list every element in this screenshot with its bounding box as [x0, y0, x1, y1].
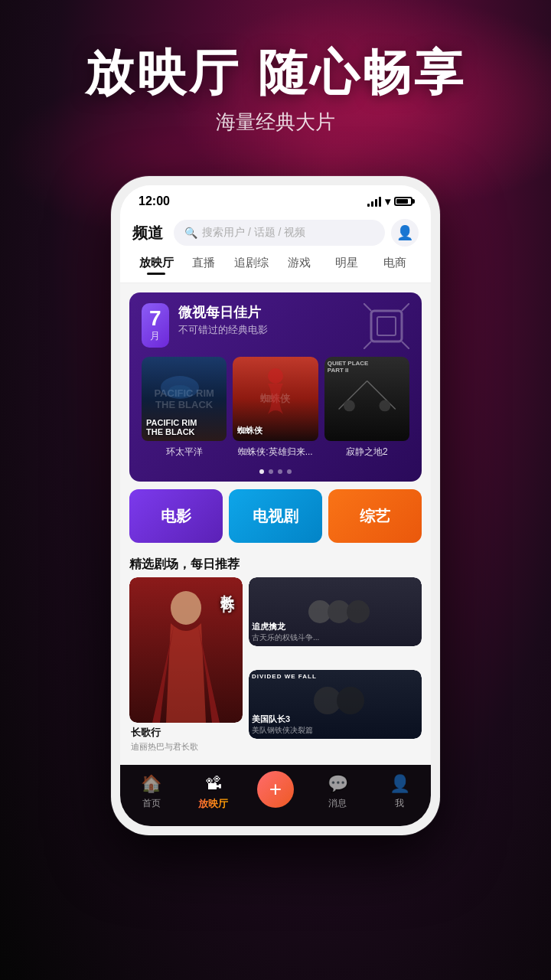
hero-title: 放映厅 随心畅享 — [0, 46, 551, 100]
date-unit: 月 — [149, 329, 161, 343]
me-icon: 👤 — [390, 774, 410, 794]
fangying-icon: 📽 — [205, 774, 222, 794]
search-icon: 🔍 — [184, 227, 197, 239]
drama-row: 长歌行 长歌行 迪丽热巴与君长歌 — [120, 577, 431, 765]
drama-desc-large: 迪丽热巴与君长歌 — [131, 741, 241, 753]
wifi-icon: ▾ — [385, 195, 390, 207]
tab-fangying[interactable]: 放映厅 — [132, 253, 180, 273]
movie-title-3: 寂静之地2 — [324, 446, 409, 459]
category-variety[interactable]: 综艺 — [328, 489, 422, 543]
nav-title: 频道 — [132, 223, 163, 243]
svg-point-7 — [168, 385, 191, 397]
movie-poster-1: PACIFIC RIMTHE BLACK PACIFIC RIMTHE BLAC… — [142, 357, 227, 441]
svg-point-8 — [268, 368, 283, 384]
svg-line-2 — [364, 303, 371, 311]
home-icon: 🏠 — [141, 774, 161, 794]
nav-plus[interactable]: + — [244, 774, 306, 811]
phone-mockup: 12:00 ▾ 频道 🔍 — [111, 176, 440, 835]
dot-3 — [278, 469, 282, 474]
message-icon: 💬 — [328, 774, 348, 794]
section-header: 精选剧场，每日推荐 — [120, 550, 431, 577]
svg-point-12 — [379, 400, 390, 411]
plus-circle: + — [257, 771, 294, 808]
search-bar[interactable]: 🔍 搜索用户 / 话题 / 视频 — [174, 220, 385, 246]
svg-rect-1 — [377, 317, 396, 335]
svg-line-5 — [402, 341, 409, 349]
status-time: 12:00 — [139, 194, 170, 208]
svg-rect-0 — [371, 311, 402, 341]
banner-icon — [364, 303, 409, 352]
category-row: 电影 电视剧 综艺 — [120, 482, 431, 550]
content-area: 7 月 微视每日佳片 不可错过的经典电影 — [120, 283, 431, 765]
banner-header: 7 月 微视每日佳片 不可错过的经典电影 — [142, 303, 409, 348]
user-add-button[interactable]: 👤 — [391, 219, 419, 247]
drama-card-sm1[interactable]: 追虎擒龙 古天乐的权钱斗争... — [249, 577, 422, 664]
sm1-desc: 古天乐的权钱斗争... — [252, 632, 419, 643]
banner-subtitle: 不可错过的经典电影 — [178, 323, 268, 337]
nav-home[interactable]: 🏠 首页 — [120, 774, 182, 811]
hero-section: 放映厅 随心畅享 海量经典大片 — [0, 46, 551, 136]
feature-banner[interactable]: 7 月 微视每日佳片 不可错过的经典电影 — [129, 292, 422, 482]
date-number: 7 — [149, 308, 161, 329]
hero-subtitle: 海量经典大片 — [0, 109, 551, 136]
svg-point-16 — [347, 600, 370, 623]
carousel-dots — [142, 466, 409, 482]
tab-live[interactable]: 直播 — [180, 253, 227, 273]
dot-2 — [269, 469, 273, 474]
signal-icon — [367, 196, 381, 207]
tab-ecom[interactable]: 电商 — [371, 253, 419, 273]
svg-line-4 — [364, 341, 371, 349]
movie-card-3[interactable]: QUIET PLACEPART II 寂静之地2 — [324, 357, 409, 459]
movie-poster-2: 蜘蛛侠 蜘蛛侠 — [233, 357, 318, 441]
nav-me[interactable]: 👤 我 — [369, 774, 431, 811]
svg-point-13 — [171, 591, 201, 625]
tab-drama[interactable]: 追剧综 — [228, 253, 276, 273]
movie-title-2: 蜘蛛侠:英雄归来... — [233, 446, 318, 459]
sm2-title: 美国队长3 — [252, 714, 419, 725]
drama-card-sm2[interactable]: DIVIDED WE FALL 美国队长3 美队钢铁侠决裂篇 — [249, 670, 422, 756]
movie-title-1: 环太平洋 — [142, 446, 227, 459]
status-bar: 12:00 ▾ — [120, 185, 431, 213]
battery-icon — [394, 197, 412, 206]
category-movie[interactable]: 电影 — [129, 489, 223, 543]
banner-title: 微视每日佳片 — [178, 303, 268, 322]
movie-row: PACIFIC RIMTHE BLACK PACIFIC RIMTHE BLAC… — [142, 357, 409, 466]
tab-star[interactable]: 明星 — [323, 253, 370, 273]
svg-line-3 — [402, 303, 409, 311]
status-icons: ▾ — [367, 195, 412, 207]
bottom-navigation: 🏠 首页 📽 放映厅 + 💬 消息 👤 我 — [120, 765, 431, 826]
svg-point-18 — [337, 687, 364, 714]
drama-card-large[interactable]: 长歌行 长歌行 迪丽热巴与君长歌 — [129, 577, 243, 756]
dot-4 — [287, 469, 292, 474]
drama-title-large: 长歌行 — [131, 726, 241, 740]
date-badge: 7 月 — [142, 303, 169, 348]
category-tv[interactable]: 电视剧 — [229, 489, 322, 543]
tab-bar: 放映厅 直播 追剧综 游戏 明星 电商 — [120, 253, 431, 283]
tab-game[interactable]: 游戏 — [276, 253, 323, 273]
movie-poster-3: QUIET PLACEPART II — [324, 357, 409, 441]
search-placeholder-text: 搜索用户 / 话题 / 视频 — [202, 226, 305, 240]
banner-text: 微视每日佳片 不可错过的经典电影 — [178, 303, 268, 337]
nav-fangying[interactable]: 📽 放映厅 — [182, 774, 244, 811]
drama-small-col: 追虎擒龙 古天乐的权钱斗争... DIVIDED WE FALL — [249, 577, 422, 756]
phone-screen: 12:00 ▾ 频道 🔍 — [120, 185, 431, 826]
nav-bar: 频道 🔍 搜索用户 / 话题 / 视频 👤 — [120, 213, 431, 253]
dot-1 — [259, 469, 264, 474]
phone-frame: 12:00 ▾ 频道 🔍 — [111, 176, 440, 835]
sm2-desc: 美队钢铁侠决裂篇 — [252, 725, 419, 736]
nav-message[interactable]: 💬 消息 — [307, 774, 369, 811]
drama-info-large: 长歌行 迪丽热巴与君长歌 — [129, 723, 243, 756]
movie-card-1[interactable]: PACIFIC RIMTHE BLACK PACIFIC RIMTHE BLAC… — [142, 357, 227, 459]
sm1-title: 追虎擒龙 — [252, 621, 419, 632]
svg-point-11 — [344, 400, 355, 411]
movie-card-2[interactable]: 蜘蛛侠 蜘蛛侠 蜘蛛侠:英雄归来... — [233, 357, 318, 459]
